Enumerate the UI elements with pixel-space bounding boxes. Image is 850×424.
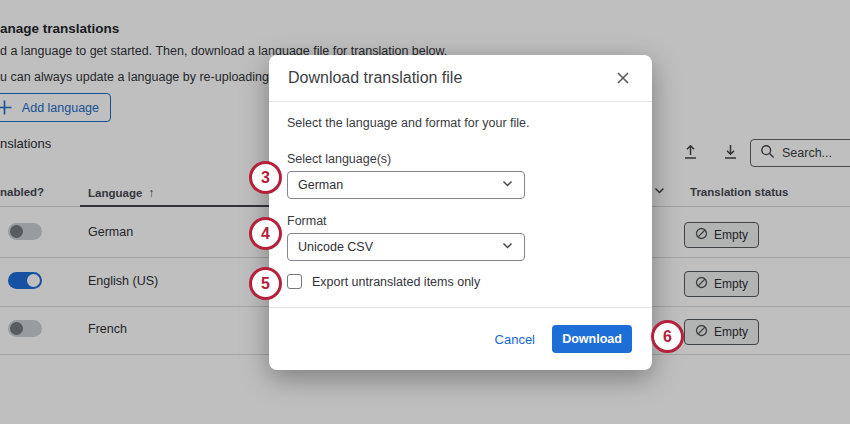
screen: anage translations d a language to get s… xyxy=(0,0,850,424)
format-select[interactable]: Unicode CSV xyxy=(287,233,525,261)
annotation-circle-3: 3 xyxy=(249,161,282,194)
annotation-circle-4: 4 xyxy=(249,217,282,250)
export-untranslated-checkbox[interactable] xyxy=(287,274,302,289)
chevron-down-icon xyxy=(501,239,514,255)
modal-title: Download translation file xyxy=(288,69,462,87)
language-select-value: German xyxy=(298,178,343,192)
modal-description: Select the language and format for your … xyxy=(287,116,634,130)
format-select-value: Unicode CSV xyxy=(298,240,373,254)
annotation-circle-6: 6 xyxy=(651,320,684,353)
download-button[interactable]: Download xyxy=(552,325,632,353)
modal-header: Download translation file xyxy=(269,55,652,102)
modal-body: Select the language and format for your … xyxy=(269,102,652,289)
export-untranslated-row: Export untranslated items only xyxy=(287,274,634,289)
cancel-button[interactable]: Cancel xyxy=(495,332,535,347)
chevron-down-icon xyxy=(501,177,514,193)
export-untranslated-label: Export untranslated items only xyxy=(312,275,480,289)
language-select[interactable]: German xyxy=(287,171,525,199)
modal-footer: Cancel Download xyxy=(269,307,652,370)
language-select-label: Select language(s) xyxy=(287,152,634,166)
close-icon[interactable] xyxy=(613,68,633,88)
format-select-label: Format xyxy=(287,214,634,228)
download-translation-modal: Download translation file Select the lan… xyxy=(269,55,652,370)
annotation-circle-5: 5 xyxy=(249,267,282,300)
